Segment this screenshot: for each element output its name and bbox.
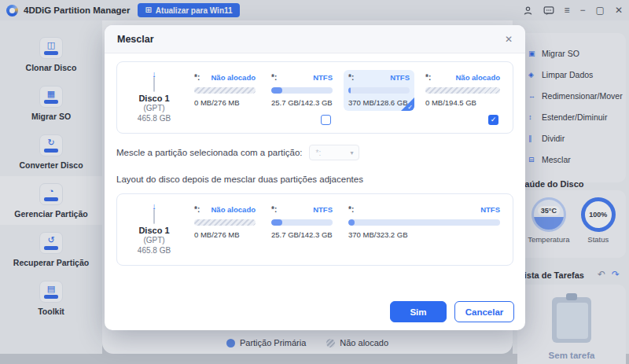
disk-name: Disco 1 [122, 94, 186, 103]
disk-table-type: (GPT) [122, 235, 186, 245]
fs-label: Não alocado [456, 73, 501, 82]
merge-with-row: Mescle a partição selecionada com a part… [116, 145, 359, 160]
merge-dialog-titlebar: Mesclar ✕ [105, 25, 525, 53]
cancel-button[interactable]: Cancelar [454, 301, 514, 322]
disk-size: 465.8 GB [122, 245, 186, 256]
partition-tile-ntfs-2-selected[interactable]: *:NTFS 370 MB/128.6 GB ✓ [340, 68, 417, 127]
partition-usage-text: 0 MB/276 MB [194, 98, 256, 107]
partition-checkbox-unchecked[interactable] [321, 115, 331, 125]
disk-info: ↓ Disco 1 (GPT) 465.8 GB [122, 200, 186, 259]
layout-after-heading: Layout do disco depois de mesclar duas p… [116, 175, 363, 184]
partition-tile-unallocated-1[interactable]: *:Não alocado 0 MB/276 MB [186, 68, 263, 127]
disk-drive-icon: ↓ [122, 202, 186, 224]
partition-usage-bar [425, 87, 500, 94]
merge-with-label: Mescle a partição selecionada com a part… [116, 148, 303, 157]
partition-tile-after-ntfs-1: *:NTFS 25.7 GB/142.3 GB [263, 200, 340, 259]
partition-usage-bar [271, 219, 333, 226]
fs-label: Não alocado [212, 205, 256, 214]
partition-usage-bar [194, 87, 256, 94]
partition-usage-text: 0 MB/194.5 GB [425, 98, 500, 107]
fs-label: NTFS [313, 73, 333, 82]
partition-usage-bar [348, 87, 410, 94]
partition-usage-bar [271, 87, 333, 94]
partition-usage-bar [348, 219, 500, 226]
partition-tile-unallocated-2[interactable]: *:Não alocado 0 MB/194.5 GB ✓ [417, 68, 508, 127]
disk-info: ↓ Disco 1 (GPT) 465.8 GB [122, 68, 186, 127]
target-partition-dropdown[interactable]: *: ▾ [309, 145, 359, 160]
fs-label: Não alocado [212, 73, 256, 82]
partition-tile-after-unallocated: *:Não alocado 0 MB/276 MB [186, 200, 263, 259]
fs-label: NTFS [480, 205, 500, 214]
disk-drive-icon: ↓ [122, 70, 186, 92]
dialog-footer: Sim Cancelar [390, 301, 514, 322]
fs-label: NTFS [390, 73, 410, 82]
partition-usage-bar [194, 219, 256, 226]
partition-usage-text: 25.7 GB/142.3 GB [271, 98, 333, 107]
disk-size: 465.8 GB [122, 113, 186, 123]
app-window: 4DDiG Partition Manager ⊞ Atualizar para… [0, 0, 629, 364]
merge-dialog-title: Mesclar [117, 34, 154, 45]
disk-table-type: (GPT) [122, 103, 186, 113]
close-dialog-icon[interactable]: ✕ [505, 34, 513, 45]
confirm-button[interactable]: Sim [390, 301, 447, 322]
fs-label: NTFS [313, 205, 333, 214]
chevron-down-icon: ▾ [351, 149, 354, 156]
disk-name: Disco 1 [122, 226, 186, 235]
disk-layout-after-card: ↓ Disco 1 (GPT) 465.8 GB *:Não alocado 0… [116, 193, 513, 266]
dropdown-value: *: [316, 149, 351, 157]
partition-usage-text: 0 MB/276 MB [194, 230, 256, 239]
merge-dialog: Mesclar ✕ ↓ Disco 1 (GPT) 465.8 GB *:Não… [105, 25, 525, 330]
partition-tile-after-ntfs-merged: *:NTFS 370 MB/323.2 GB [340, 200, 508, 259]
partition-checkbox-checked[interactable]: ✓ [488, 115, 498, 125]
partition-tile-ntfs-1[interactable]: *:NTFS 25.7 GB/142.3 GB [263, 68, 340, 127]
partition-usage-text: 25.7 GB/142.3 GB [271, 230, 333, 239]
disk-layout-before-card: ↓ Disco 1 (GPT) 465.8 GB *:Não alocado 0… [116, 61, 513, 134]
selected-check-icon: ✓ [407, 104, 413, 111]
partition-usage-text: 370 MB/323.2 GB [348, 230, 500, 239]
